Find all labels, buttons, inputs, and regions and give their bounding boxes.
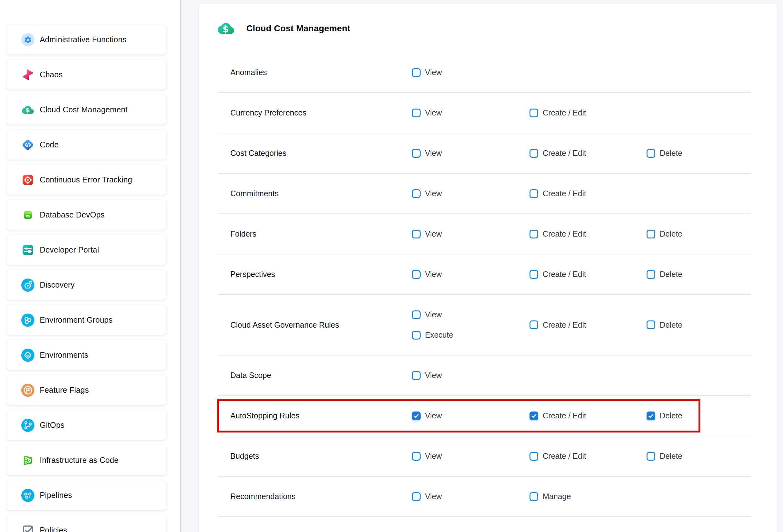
checkbox-label: View	[425, 270, 442, 279]
sidebar-item-infrastructure-as-code[interactable]: Infrastructure as Code	[7, 445, 166, 475]
checkbox-currency-preferences-create-edit[interactable]: Create / Edit	[530, 108, 586, 117]
checkbox-recommendations-manage[interactable]: Manage	[530, 492, 571, 501]
sidebar-item-administrative-functions[interactable]: Administrative Functions	[7, 25, 166, 55]
checkbox-cloud-asset-governance-rules-create-edit[interactable]: Create / Edit	[530, 320, 586, 330]
error-target-icon	[21, 174, 34, 187]
checkbox-budgets-create-edit[interactable]: Create / Edit	[530, 451, 586, 461]
checkbox-cost-categories-create-edit[interactable]: Create / Edit	[530, 149, 586, 158]
checkbox-cloud-asset-governance-rules-delete[interactable]: Delete	[647, 320, 682, 330]
sidebar-item-discovery[interactable]: Discovery	[7, 270, 166, 300]
sidebar-item-database-devops[interactable]: ∞Database DevOps	[7, 200, 166, 230]
resource-label: AutoStopping Rules	[218, 411, 412, 420]
checkbox-commitments-create-edit[interactable]: Create / Edit	[530, 189, 586, 198]
checkbox-data-scope-view[interactable]: View	[412, 371, 442, 380]
permission-cell: Delete	[647, 149, 751, 158]
unchecked-checkbox-icon[interactable]	[647, 270, 655, 279]
checked-checkbox-icon[interactable]	[412, 411, 420, 420]
checkbox-autostopping-rules-create-edit[interactable]: Create / Edit	[530, 411, 586, 420]
unchecked-checkbox-icon[interactable]	[412, 492, 420, 501]
sidebar-item-environment-groups[interactable]: Environment Groups	[7, 305, 166, 335]
checked-checkbox-icon[interactable]	[530, 411, 538, 420]
checkbox-cloud-asset-governance-rules-execute[interactable]: Execute	[412, 331, 453, 340]
checkbox-label: Delete	[660, 320, 682, 330]
permission-cell: View	[412, 149, 530, 158]
git-branch-icon	[21, 419, 34, 432]
unchecked-checkbox-icon[interactable]	[412, 452, 420, 461]
checkbox-perspectives-delete[interactable]: Delete	[647, 270, 682, 279]
checkbox-label: Delete	[660, 451, 682, 461]
sidebar-item-label: Infrastructure as Code	[40, 456, 119, 465]
unchecked-checkbox-icon[interactable]	[412, 371, 420, 380]
permission-cell: Create / Edit	[530, 270, 647, 279]
unchecked-checkbox-icon[interactable]	[412, 189, 420, 198]
checkbox-folders-delete[interactable]: Delete	[647, 229, 682, 239]
unchecked-checkbox-icon[interactable]	[412, 68, 420, 77]
checkbox-budgets-delete[interactable]: Delete	[647, 451, 682, 461]
unchecked-checkbox-icon[interactable]	[530, 320, 538, 329]
permission-cell: View	[412, 108, 530, 117]
sidebar-item-label: Database DevOps	[40, 210, 104, 219]
sidebar-item-label: Chaos	[40, 70, 63, 79]
sidebar-item-pipelines[interactable]: Pipelines	[7, 480, 166, 510]
checkbox-label: Create / Edit	[543, 451, 586, 461]
checkbox-autostopping-rules-delete[interactable]: Delete	[647, 411, 682, 420]
checked-checkbox-icon[interactable]	[647, 411, 655, 420]
unchecked-checkbox-icon[interactable]	[647, 230, 655, 239]
unchecked-checkbox-icon[interactable]	[412, 310, 420, 319]
permission-cell: View	[412, 189, 530, 198]
unchecked-checkbox-icon[interactable]	[530, 270, 538, 279]
checkbox-perspectives-view[interactable]: View	[412, 270, 442, 279]
sidebar-item-developer-portal[interactable]: Developer Portal	[7, 235, 166, 265]
sidebar-item-policies[interactable]: Policies	[7, 515, 166, 532]
checkbox-label: Delete	[660, 411, 682, 420]
checkbox-budgets-view[interactable]: View	[412, 451, 442, 461]
sidebar-item-continuous-error-tracking[interactable]: Continuous Error Tracking	[7, 165, 166, 195]
sidebar-item-environments[interactable]: Environments	[7, 340, 166, 370]
unchecked-checkbox-icon[interactable]	[412, 270, 420, 279]
permission-cell: Delete	[647, 320, 751, 330]
sidebar-item-label: Pipelines	[40, 491, 72, 500]
checkbox-commitments-view[interactable]: View	[412, 189, 442, 198]
unchecked-checkbox-icon[interactable]	[647, 149, 655, 158]
unchecked-checkbox-icon[interactable]	[412, 230, 420, 239]
unchecked-checkbox-icon[interactable]	[412, 331, 420, 340]
unchecked-checkbox-icon[interactable]	[530, 492, 538, 501]
checkbox-recommendations-view[interactable]: View	[412, 492, 442, 501]
checkbox-perspectives-create-edit[interactable]: Create / Edit	[530, 270, 586, 279]
checkbox-cost-categories-view[interactable]: View	[412, 149, 442, 158]
sidebar-item-code[interactable]: Code	[7, 130, 166, 160]
sidebar-item-chaos[interactable]: Chaos	[7, 60, 166, 90]
unchecked-checkbox-icon[interactable]	[412, 108, 420, 117]
sidebar-item-label: Environments	[40, 350, 88, 359]
checkbox-folders-view[interactable]: View	[412, 229, 442, 239]
checkbox-currency-preferences-view[interactable]: View	[412, 108, 442, 117]
permission-cell: Delete	[647, 411, 751, 420]
sidebar-item-gitops[interactable]: GitOps	[7, 410, 166, 440]
unchecked-checkbox-icon[interactable]	[530, 108, 538, 117]
sidebar-item-label: Administrative Functions	[40, 35, 126, 44]
permission-cell: ViewExecute	[412, 310, 530, 340]
checkbox-anomalies-view[interactable]: View	[412, 68, 442, 77]
unchecked-checkbox-icon[interactable]	[530, 452, 538, 461]
permission-row-recommendations: RecommendationsViewManage	[218, 477, 751, 517]
unchecked-checkbox-icon[interactable]	[412, 149, 420, 158]
checkbox-autostopping-rules-view[interactable]: View	[412, 411, 442, 420]
unchecked-checkbox-icon[interactable]	[647, 452, 655, 461]
permission-cell: Create / Edit	[530, 229, 647, 239]
unchecked-checkbox-icon[interactable]	[530, 230, 538, 239]
sidebar-item-cloud-cost-management[interactable]: $Cloud Cost Management	[7, 95, 166, 125]
unchecked-checkbox-icon[interactable]	[530, 189, 538, 198]
unchecked-checkbox-icon[interactable]	[530, 149, 538, 158]
checkbox-folders-create-edit[interactable]: Create / Edit	[530, 229, 586, 239]
checkbox-cloud-asset-governance-rules-view[interactable]: View	[412, 310, 442, 319]
permission-row-commitments: CommitmentsViewCreate / Edit	[218, 174, 751, 214]
cloud-dollar-icon: $	[21, 103, 34, 117]
checkbox-cost-categories-delete[interactable]: Delete	[647, 149, 682, 158]
permission-cell: Delete	[647, 270, 751, 279]
checkbox-label: Create / Edit	[543, 149, 586, 158]
unchecked-checkbox-icon[interactable]	[647, 320, 655, 329]
permission-cell: Delete	[647, 451, 751, 461]
checkbox-label: Execute	[425, 331, 453, 340]
checkbox-label: Create / Edit	[543, 189, 586, 198]
sidebar-item-feature-flags[interactable]: Feature Flags	[7, 375, 166, 405]
